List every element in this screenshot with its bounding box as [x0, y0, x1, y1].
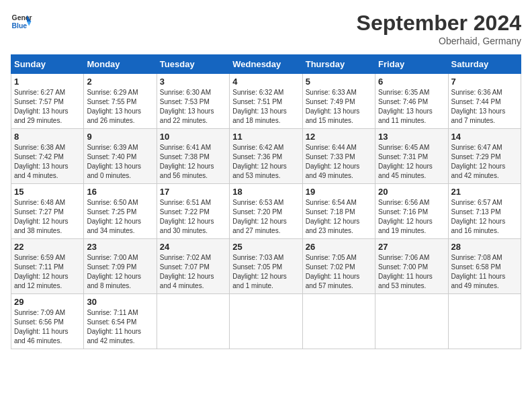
calendar-cell: 22Sunrise: 6:59 AM Sunset: 7:11 PM Dayli…: [11, 239, 84, 294]
day-info: Sunrise: 7:00 AM Sunset: 7:09 PM Dayligh…: [87, 253, 153, 291]
day-info: Sunrise: 6:50 AM Sunset: 7:25 PM Dayligh…: [87, 198, 153, 236]
day-number: 28: [451, 242, 518, 252]
day-number: 29: [14, 297, 81, 307]
day-info: Sunrise: 6:29 AM Sunset: 7:55 PM Dayligh…: [87, 88, 153, 126]
day-info: Sunrise: 6:35 AM Sunset: 7:46 PM Dayligh…: [378, 88, 445, 126]
day-number: 20: [378, 187, 445, 197]
day-info: Sunrise: 6:48 AM Sunset: 7:27 PM Dayligh…: [14, 198, 81, 236]
calendar-cell: 1Sunrise: 6:27 AM Sunset: 7:57 PM Daylig…: [11, 74, 84, 129]
day-number: 17: [160, 187, 226, 197]
calendar-cell: 26Sunrise: 7:05 AM Sunset: 7:02 PM Dayli…: [302, 239, 375, 294]
day-info: Sunrise: 6:45 AM Sunset: 7:31 PM Dayligh…: [378, 143, 445, 181]
calendar-cell: [375, 294, 448, 349]
calendar-cell: 3Sunrise: 6:30 AM Sunset: 7:53 PM Daylig…: [157, 74, 229, 129]
day-number: 21: [451, 187, 518, 197]
svg-marker-3: [27, 21, 31, 26]
calendar-week-3: 15Sunrise: 6:48 AM Sunset: 7:27 PM Dayli…: [11, 184, 521, 239]
day-info: Sunrise: 6:30 AM Sunset: 7:53 PM Dayligh…: [160, 88, 226, 126]
calendar-cell: 16Sunrise: 6:50 AM Sunset: 7:25 PM Dayli…: [84, 184, 157, 239]
col-header-wednesday: Wednesday: [230, 55, 302, 74]
calendar-cell: 17Sunrise: 6:51 AM Sunset: 7:22 PM Dayli…: [157, 184, 229, 239]
day-info: Sunrise: 7:09 AM Sunset: 6:56 PM Dayligh…: [14, 308, 81, 346]
day-info: Sunrise: 6:54 AM Sunset: 7:18 PM Dayligh…: [306, 198, 372, 236]
calendar-cell: 20Sunrise: 6:56 AM Sunset: 7:16 PM Dayli…: [375, 184, 448, 239]
day-info: Sunrise: 6:32 AM Sunset: 7:51 PM Dayligh…: [232, 88, 299, 126]
day-number: 19: [306, 187, 372, 197]
day-info: Sunrise: 6:41 AM Sunset: 7:38 PM Dayligh…: [160, 143, 226, 181]
location-subtitle: Oberhaid, Germany: [357, 36, 521, 46]
day-info: Sunrise: 6:27 AM Sunset: 7:57 PM Dayligh…: [14, 88, 81, 126]
calendar-cell: 12Sunrise: 6:44 AM Sunset: 7:33 PM Dayli…: [302, 129, 375, 184]
day-number: 14: [451, 132, 518, 142]
day-info: Sunrise: 6:56 AM Sunset: 7:16 PM Dayligh…: [378, 198, 445, 236]
calendar-cell: 9Sunrise: 6:39 AM Sunset: 7:40 PM Daylig…: [84, 129, 157, 184]
day-info: Sunrise: 6:42 AM Sunset: 7:36 PM Dayligh…: [232, 143, 299, 181]
day-info: Sunrise: 6:39 AM Sunset: 7:40 PM Dayligh…: [87, 143, 153, 181]
calendar-cell: 18Sunrise: 6:53 AM Sunset: 7:20 PM Dayli…: [230, 184, 302, 239]
day-info: Sunrise: 6:38 AM Sunset: 7:42 PM Dayligh…: [14, 143, 81, 181]
calendar-cell: 7Sunrise: 6:36 AM Sunset: 7:44 PM Daylig…: [448, 74, 521, 129]
day-number: 18: [232, 187, 299, 197]
day-info: Sunrise: 7:03 AM Sunset: 7:05 PM Dayligh…: [232, 253, 299, 291]
title-block: September 2024 Oberhaid, Germany: [357, 11, 521, 46]
col-header-monday: Monday: [84, 55, 157, 74]
calendar-cell: 23Sunrise: 7:00 AM Sunset: 7:09 PM Dayli…: [84, 239, 157, 294]
day-number: 6: [378, 77, 445, 87]
day-number: 12: [306, 132, 372, 142]
svg-text:Blue: Blue: [12, 22, 28, 30]
calendar-cell: 30Sunrise: 7:11 AM Sunset: 6:54 PM Dayli…: [84, 294, 157, 349]
col-header-thursday: Thursday: [302, 55, 375, 74]
calendar-cell: [448, 294, 521, 349]
calendar-cell: [230, 294, 302, 349]
day-info: Sunrise: 6:51 AM Sunset: 7:22 PM Dayligh…: [160, 198, 226, 236]
day-number: 2: [87, 77, 153, 87]
calendar-cell: 21Sunrise: 6:57 AM Sunset: 7:13 PM Dayli…: [448, 184, 521, 239]
day-number: 23: [87, 242, 153, 252]
calendar-cell: 14Sunrise: 6:47 AM Sunset: 7:29 PM Dayli…: [448, 129, 521, 184]
day-number: 5: [306, 77, 372, 87]
calendar-cell: 10Sunrise: 6:41 AM Sunset: 7:38 PM Dayli…: [157, 129, 229, 184]
day-number: 1: [14, 77, 81, 87]
col-header-sunday: Sunday: [11, 55, 84, 74]
calendar-cell: 13Sunrise: 6:45 AM Sunset: 7:31 PM Dayli…: [375, 129, 448, 184]
calendar-table: SundayMondayTuesdayWednesdayThursdayFrid…: [11, 54, 521, 349]
day-info: Sunrise: 6:57 AM Sunset: 7:13 PM Dayligh…: [451, 198, 518, 236]
day-number: 7: [451, 77, 518, 87]
col-header-friday: Friday: [375, 55, 448, 74]
col-header-tuesday: Tuesday: [157, 55, 229, 74]
day-number: 15: [14, 187, 81, 197]
day-info: Sunrise: 7:06 AM Sunset: 7:00 PM Dayligh…: [378, 253, 445, 291]
logo: General Blue: [11, 11, 32, 32]
day-info: Sunrise: 6:59 AM Sunset: 7:11 PM Dayligh…: [14, 253, 81, 291]
day-number: 27: [378, 242, 445, 252]
calendar-cell: [302, 294, 375, 349]
calendar-cell: 24Sunrise: 7:02 AM Sunset: 7:07 PM Dayli…: [157, 239, 229, 294]
day-number: 4: [232, 77, 299, 87]
calendar-week-2: 8Sunrise: 6:38 AM Sunset: 7:42 PM Daylig…: [11, 129, 521, 184]
day-number: 8: [14, 132, 81, 142]
day-number: 10: [160, 132, 226, 142]
calendar-cell: 8Sunrise: 6:38 AM Sunset: 7:42 PM Daylig…: [11, 129, 84, 184]
day-number: 9: [87, 132, 153, 142]
day-number: 13: [378, 132, 445, 142]
day-info: Sunrise: 6:53 AM Sunset: 7:20 PM Dayligh…: [232, 198, 299, 236]
calendar-cell: 25Sunrise: 7:03 AM Sunset: 7:05 PM Dayli…: [230, 239, 302, 294]
calendar-cell: 4Sunrise: 6:32 AM Sunset: 7:51 PM Daylig…: [230, 74, 302, 129]
day-number: 25: [232, 242, 299, 252]
calendar-cell: 28Sunrise: 7:08 AM Sunset: 6:58 PM Dayli…: [448, 239, 521, 294]
day-info: Sunrise: 7:05 AM Sunset: 7:02 PM Dayligh…: [306, 253, 372, 291]
day-number: 30: [87, 297, 153, 307]
day-number: 11: [232, 132, 299, 142]
calendar-cell: [157, 294, 229, 349]
calendar-cell: 29Sunrise: 7:09 AM Sunset: 6:56 PM Dayli…: [11, 294, 84, 349]
calendar-cell: 11Sunrise: 6:42 AM Sunset: 7:36 PM Dayli…: [230, 129, 302, 184]
day-number: 16: [87, 187, 153, 197]
calendar-cell: 2Sunrise: 6:29 AM Sunset: 7:55 PM Daylig…: [84, 74, 157, 129]
col-header-saturday: Saturday: [448, 55, 521, 74]
day-info: Sunrise: 7:02 AM Sunset: 7:07 PM Dayligh…: [160, 253, 226, 291]
logo-icon: General Blue: [11, 11, 32, 32]
calendar-week-1: 1Sunrise: 6:27 AM Sunset: 7:57 PM Daylig…: [11, 74, 521, 129]
day-info: Sunrise: 6:33 AM Sunset: 7:49 PM Dayligh…: [306, 88, 372, 126]
day-number: 24: [160, 242, 226, 252]
calendar-week-5: 29Sunrise: 7:09 AM Sunset: 6:56 PM Dayli…: [11, 294, 521, 349]
